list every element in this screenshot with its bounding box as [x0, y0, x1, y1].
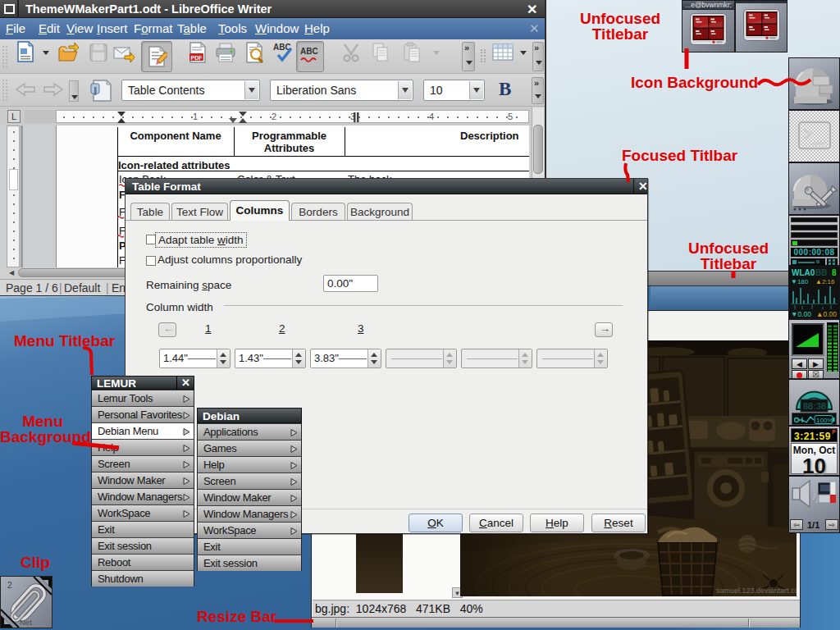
svg-text:ABC: ABC: [300, 47, 318, 56]
svg-text:▲2:16: ▲2:16: [815, 278, 835, 285]
svg-text:Net: Net: [20, 618, 32, 627]
svg-text:8: 8: [832, 268, 837, 277]
svg-text:BB: BB: [815, 268, 827, 277]
svg-text:100%: 100%: [816, 417, 833, 424]
svg-text:88:38: 88:38: [803, 401, 826, 411]
svg-text:samuel.123.deviantart.com: samuel.123.deviantart.com: [716, 587, 797, 595]
svg-text:WLA0: WLA0: [792, 268, 815, 277]
svg-text:▲0.00: ▲0.00: [816, 310, 837, 318]
svg-text:PDF: PDF: [191, 55, 203, 61]
svg-text:▼0.00: ▼0.00: [791, 310, 811, 318]
svg-text:2: 2: [7, 581, 12, 590]
svg-text:▼180: ▼180: [791, 278, 809, 285]
